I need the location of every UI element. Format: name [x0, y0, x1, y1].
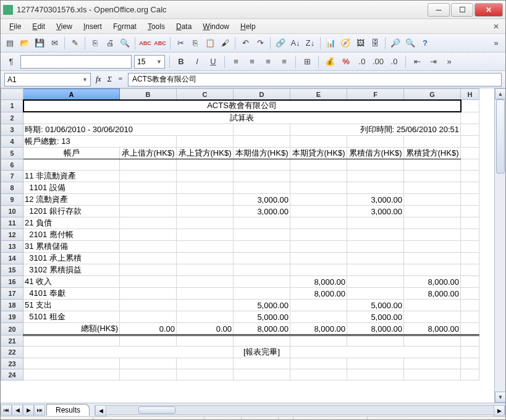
copy-icon[interactable]: ⎘ [188, 36, 202, 50]
cell[interactable]: 2101 應付帳 [23, 229, 120, 241]
cell[interactable]: 3102 累積損益 [23, 264, 120, 276]
menu-file[interactable]: File [4, 21, 26, 32]
cell[interactable] [347, 136, 404, 148]
print-icon[interactable]: 🖨 [103, 36, 117, 50]
cell[interactable] [120, 276, 177, 288]
cell[interactable] [177, 229, 234, 241]
col-header-A[interactable]: A [23, 89, 120, 100]
help-icon[interactable]: ? [418, 36, 432, 50]
format-paint-icon[interactable]: 🖌 [218, 36, 232, 50]
cell[interactable] [461, 358, 479, 369]
cell[interactable] [461, 369, 479, 380]
cell[interactable] [177, 311, 234, 323]
cell[interactable] [404, 170, 461, 182]
cell[interactable] [120, 288, 177, 300]
redo-icon[interactable]: ↷ [253, 36, 267, 50]
cell[interactable] [461, 124, 479, 136]
cell[interactable]: 3,000.00 [347, 194, 404, 206]
maximize-button[interactable]: ☐ [451, 3, 473, 17]
cell[interactable] [177, 194, 234, 206]
cell[interactable] [290, 311, 347, 323]
col-header-C[interactable]: C [177, 89, 234, 100]
merge-cells-icon[interactable]: ⊞ [300, 55, 314, 69]
menu-edit[interactable]: Edit [27, 21, 50, 32]
cell[interactable] [177, 241, 234, 253]
cell[interactable] [120, 358, 177, 369]
status-zoom[interactable]: 100% [472, 417, 505, 420]
currency-icon[interactable]: 💰 [323, 55, 337, 69]
cell[interactable] [120, 264, 177, 276]
cell[interactable] [404, 182, 461, 194]
cell[interactable] [23, 369, 120, 380]
scroll-down-icon[interactable]: ▼ [495, 392, 506, 403]
cell[interactable] [234, 124, 290, 136]
row-header-5[interactable]: 5 [1, 148, 23, 159]
cell[interactable] [290, 170, 347, 182]
sort-desc-icon[interactable]: Z↓ [303, 36, 317, 50]
cell[interactable]: 8,000.00 [347, 323, 404, 335]
cell[interactable] [177, 369, 234, 380]
row-header-24[interactable]: 24 [1, 369, 23, 380]
cell[interactable] [461, 206, 479, 217]
cell[interactable] [234, 136, 290, 148]
cell[interactable] [177, 335, 234, 346]
cell[interactable]: 時期: 01/06/2010 - 30/06/2010 [23, 124, 234, 136]
cell[interactable] [234, 335, 290, 346]
increase-indent-icon[interactable]: ⇥ [426, 55, 440, 69]
row-header-14[interactable]: 14 [1, 253, 23, 264]
cell[interactable]: 累積貸方(HK$) [404, 148, 461, 159]
cell[interactable] [177, 288, 234, 300]
cell[interactable] [177, 300, 234, 311]
cell[interactable] [404, 136, 461, 148]
cell[interactable] [404, 229, 461, 241]
toolbar-overflow-icon[interactable]: » [489, 36, 503, 50]
menu-tools[interactable]: Tools [143, 21, 170, 32]
cell[interactable] [461, 300, 479, 311]
cell[interactable] [177, 253, 234, 264]
cell[interactable] [461, 276, 479, 288]
cell[interactable] [347, 276, 404, 288]
close-document-button[interactable]: ✕ [491, 21, 502, 32]
cell[interactable] [404, 335, 461, 346]
scroll-right-icon[interactable]: ▶ [494, 405, 505, 416]
cell[interactable]: 8,000.00 [290, 323, 347, 335]
cell[interactable] [290, 229, 347, 241]
status-mode[interactable]: STD [242, 417, 279, 420]
cell[interactable]: 8,000.00 [404, 323, 461, 335]
cell[interactable] [461, 112, 479, 124]
datasources-icon[interactable]: 🗄 [368, 36, 382, 50]
scroll-left-icon[interactable]: ◀ [95, 405, 106, 416]
cell[interactable] [290, 358, 347, 369]
cell[interactable] [234, 253, 290, 264]
cell[interactable] [461, 159, 479, 170]
zoom-icon[interactable]: 🔍 [403, 36, 417, 50]
cell[interactable]: 0.00 [120, 323, 177, 335]
tab-first-icon[interactable]: ⏮ [1, 405, 12, 416]
cell[interactable] [290, 369, 347, 380]
cell[interactable]: 31 累積儲備 [23, 241, 120, 253]
minimize-button[interactable]: ─ [428, 3, 450, 17]
cell[interactable] [177, 182, 234, 194]
name-box[interactable]: A1▼ [4, 73, 91, 86]
cell[interactable]: 12 流動資產 [23, 194, 120, 206]
cell[interactable] [347, 335, 404, 346]
row-header-12[interactable]: 12 [1, 229, 23, 241]
cell[interactable] [177, 206, 234, 217]
cell[interactable] [461, 217, 479, 229]
cell[interactable] [461, 346, 479, 358]
cell[interactable] [177, 170, 234, 182]
cell[interactable]: 1201 銀行存款 [23, 206, 120, 217]
gallery-icon[interactable]: 🖼 [353, 36, 367, 50]
cell[interactable] [461, 100, 479, 112]
font-size-input[interactable]: 15▼ [134, 55, 165, 69]
cell[interactable]: 本期貸方(HK$) [290, 148, 347, 159]
save-icon[interactable]: 💾 [33, 36, 46, 50]
cell[interactable]: 1101 設備 [23, 182, 120, 194]
cell[interactable] [404, 358, 461, 369]
cell-subtitle[interactable]: 試算表 [23, 112, 461, 124]
row-header-18[interactable]: 18 [1, 300, 23, 311]
menu-format[interactable]: Format [108, 21, 141, 32]
sum-icon[interactable]: Σ [106, 75, 113, 84]
cell[interactable]: 21 負債 [23, 217, 120, 229]
cell[interactable] [404, 369, 461, 380]
